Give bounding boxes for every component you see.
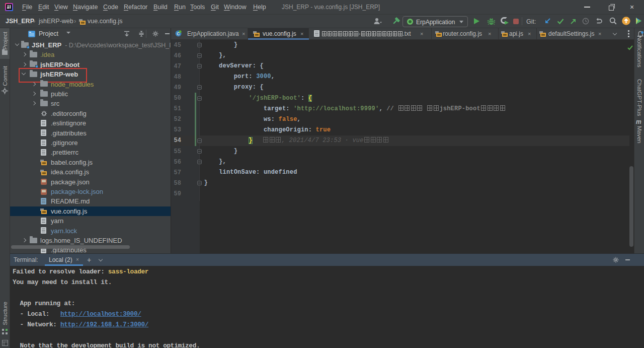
svg-text:C: C — [177, 31, 180, 36]
